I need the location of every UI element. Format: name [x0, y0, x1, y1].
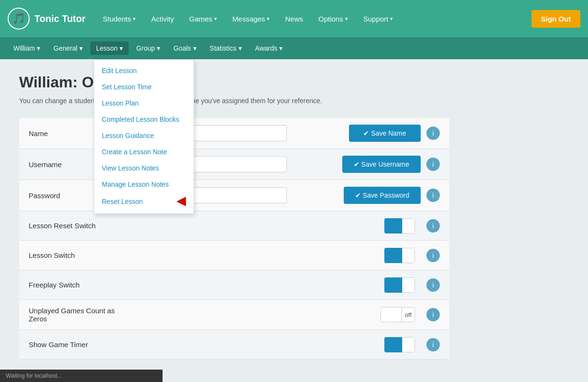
lesson-reset-toggle[interactable] [384, 218, 415, 233]
lesson-reset-toggle-area: i [384, 218, 440, 233]
logo-area: 🎵 Tonic Tutor [8, 8, 86, 30]
chevron-down-icon: ▾ [157, 44, 160, 52]
nav-students[interactable]: Students ▾ [97, 11, 142, 27]
chevron-down-icon: ▾ [37, 44, 40, 52]
unplayed-games-label: Unplayed Games Count as Zeros [29, 307, 124, 323]
subnav-group[interactable]: Group ▾ [131, 42, 166, 55]
freeplay-switch-row: Freeplay Switch i [19, 270, 449, 300]
unplayed-games-info-button[interactable]: i [426, 308, 440, 321]
chevron-down-icon: ▾ [79, 44, 83, 52]
subnav-goals[interactable]: Goals ▾ [168, 42, 202, 55]
settings-container: Name ✔ Save Name i Username ✔ Save Usern… [19, 118, 449, 360]
unplayed-games-row: Unplayed Games Count as Zeros off i [19, 300, 449, 330]
save-password-button[interactable]: ✔ Save Password [344, 187, 421, 204]
dropdown-completed-lesson-blocks[interactable]: Completed Lesson Blocks [94, 111, 194, 127]
status-bar: Waiting for localhost... [0, 370, 163, 382]
logo-icon: 🎵 [8, 8, 30, 30]
lesson-switch-row: Lesson Switch i [19, 241, 449, 270]
top-nav: 🎵 Tonic Tutor Students ▾ Activity Games … [0, 0, 588, 37]
chevron-down-icon: ▾ [120, 44, 123, 52]
lesson-reset-switch-label: Lesson Reset Switch [29, 222, 124, 230]
chevron-down-icon: ▾ [193, 44, 196, 52]
lesson-reset-switch-row: Lesson Reset Switch i [19, 211, 449, 241]
dropdown-create-lesson-note[interactable]: Create a Lesson Note [94, 144, 194, 160]
username-row: Username ✔ Save Username i [19, 149, 449, 180]
dropdown-reset-lesson[interactable]: Reset Lesson [94, 192, 194, 211]
dropdown-view-lesson-notes[interactable]: View Lesson Notes [94, 160, 194, 176]
unplayed-games-toggle-area: off i [381, 307, 440, 322]
freeplay-switch-info-button[interactable]: i [426, 278, 440, 292]
save-username-button[interactable]: ✔ Save Username [342, 156, 421, 173]
password-row: Password ✔ Save Password i [19, 180, 449, 211]
nav-games[interactable]: Games ▾ [184, 11, 223, 27]
dropdown-edit-lesson[interactable]: Edit Lesson [94, 63, 194, 79]
chevron-down-icon: ▾ [267, 16, 270, 22]
nav-options[interactable]: Options ▾ [313, 11, 354, 27]
red-arrow-icon [176, 197, 186, 206]
lesson-switch-toggle-area: i [384, 248, 440, 263]
chevron-down-icon: ▾ [279, 44, 283, 52]
dropdown-lesson-plan[interactable]: Lesson Plan [94, 95, 194, 111]
app-title: Tonic Tutor [34, 13, 86, 24]
chevron-down-icon: ▾ [239, 44, 242, 52]
nav-messages[interactable]: Messages ▾ [227, 11, 275, 27]
unplayed-games-toggle[interactable]: off [381, 307, 415, 322]
lesson-reset-info-button[interactable]: i [426, 219, 440, 233]
lesson-switch-label: Lesson Switch [29, 251, 124, 259]
freeplay-switch-toggle-area: i [384, 277, 440, 293]
name-row: Name ✔ Save Name i [19, 118, 449, 149]
subnav-lesson[interactable]: Lesson ▾ [90, 42, 129, 55]
dropdown-set-lesson-time[interactable]: Set Lesson Time [94, 79, 194, 95]
dropdown-manage-lesson-notes[interactable]: Manage Lesson Notes [94, 176, 194, 192]
show-game-timer-toggle[interactable] [384, 337, 415, 352]
dropdown-lesson-guidance[interactable]: Lesson Guidance [94, 127, 194, 144]
password-info-button[interactable]: i [426, 189, 440, 202]
name-info-button[interactable]: i [426, 127, 440, 140]
show-game-timer-label: Show Game Timer [29, 340, 124, 349]
show-game-timer-row: Show Game Timer i [19, 330, 449, 360]
lesson-switch-toggle[interactable] [384, 248, 415, 263]
chevron-down-icon: ▾ [345, 16, 348, 22]
nav-activity[interactable]: Activity [145, 11, 180, 27]
top-nav-items: Students ▾ Activity Games ▾ Messages ▾ N… [97, 11, 531, 27]
show-game-timer-info-button[interactable]: i [426, 338, 440, 351]
subnav-william[interactable]: William ▾ [8, 42, 46, 55]
sub-nav: William ▾ General ▾ Lesson ▾ Group ▾ Goa… [0, 37, 588, 59]
nav-support[interactable]: Support ▾ [358, 11, 399, 27]
lesson-switch-info-button[interactable]: i [426, 249, 440, 262]
nav-news[interactable]: News [279, 11, 309, 27]
show-game-timer-toggle-area: i [384, 337, 440, 352]
sign-out-button[interactable]: Sign Out [532, 10, 581, 28]
freeplay-switch-toggle[interactable] [384, 277, 415, 293]
main-content: William: Options You can change a studen… [0, 59, 588, 374]
subnav-general[interactable]: General ▾ [48, 42, 88, 55]
chevron-down-icon: ▾ [133, 16, 136, 22]
status-text: Waiting for localhost... [6, 372, 62, 379]
username-info-button[interactable]: i [426, 158, 440, 171]
off-label: off [402, 308, 414, 322]
freeplay-switch-label: Freeplay Switch [29, 281, 124, 289]
save-name-button[interactable]: ✔ Save Name [349, 125, 421, 142]
chevron-down-icon: ▾ [214, 16, 217, 22]
chevron-down-icon: ▾ [390, 16, 393, 22]
subnav-statistics[interactable]: Statistics ▾ [204, 42, 248, 55]
subnav-awards[interactable]: Awards ▾ [250, 42, 288, 55]
lesson-dropdown-menu: Edit Lesson Set Lesson Time Lesson Plan … [94, 59, 194, 214]
